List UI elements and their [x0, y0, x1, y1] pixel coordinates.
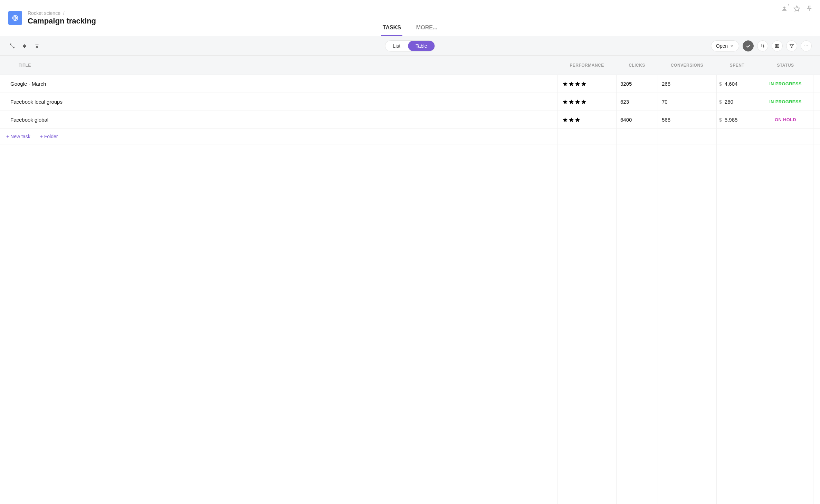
column-header-performance[interactable]: PERFORMANCE	[557, 63, 616, 68]
toolbar-left	[8, 42, 41, 50]
share-button[interactable]: 1	[781, 5, 788, 12]
content-area: TITLE PERFORMANCE CLICKS CONVERSIONS SPE…	[0, 56, 820, 504]
star-icon	[569, 99, 574, 105]
star-icon	[575, 99, 580, 105]
table-row[interactable]: Facebook global6400568$5,985ON HOLD	[0, 111, 820, 129]
column-header-spent[interactable]: SPENT	[716, 63, 758, 68]
breadcrumb-parent[interactable]: Rocket science	[28, 10, 60, 16]
star-icon	[569, 117, 574, 123]
chevron-down-icon	[730, 44, 734, 48]
add-task-button[interactable]: + New task	[6, 134, 30, 139]
cell-status[interactable]: IN PROGRESS	[758, 81, 813, 86]
header-tabs: TASKS MORE...	[381, 25, 439, 36]
svg-point-10	[807, 45, 808, 46]
column-header-clicks[interactable]: CLICKS	[616, 63, 658, 68]
status-filter-label: Open	[716, 43, 728, 49]
add-row: + New task + Folder	[0, 129, 820, 144]
tab-tasks[interactable]: TASKS	[381, 25, 402, 36]
star-icon	[575, 81, 580, 87]
sort-icon	[760, 43, 765, 49]
svg-marker-7	[790, 44, 794, 47]
cell-title[interactable]: Google - March	[0, 81, 557, 87]
favorite-button[interactable]	[793, 5, 801, 12]
expand-icon	[9, 43, 15, 49]
breadcrumb-sep: /	[63, 10, 65, 16]
cell-spent[interactable]: $5,985	[716, 117, 758, 123]
pin-icon	[806, 5, 813, 12]
spent-amount: 4,604	[725, 81, 738, 87]
toolbar-right: Open	[711, 40, 812, 51]
more-button[interactable]	[801, 40, 812, 51]
collapse-icon	[21, 43, 28, 49]
cell-conversions[interactable]: 70	[658, 99, 716, 105]
view-switch: List Table	[385, 40, 435, 51]
add-folder-button[interactable]: + Folder	[40, 134, 58, 139]
cell-status[interactable]: ON HOLD	[758, 117, 813, 122]
spent-amount: 280	[725, 99, 733, 105]
columns-icon	[774, 43, 780, 49]
star-icon	[562, 81, 568, 87]
cell-performance[interactable]	[557, 117, 616, 123]
column-header-conversions[interactable]: CONVERSIONS	[658, 63, 716, 68]
table-row[interactable]: Facebook local groups62370$280IN PROGRES…	[0, 93, 820, 111]
header-title-block: Rocket science / Campaign tracking	[28, 10, 96, 26]
column-header-title[interactable]: TITLE	[0, 63, 557, 68]
cell-title[interactable]: Facebook local groups	[0, 99, 557, 105]
star-icon	[569, 81, 574, 87]
cell-clicks[interactable]: 3205	[616, 81, 658, 87]
toolbar: List Table Open	[0, 36, 820, 56]
chevrons-down-icon	[34, 43, 40, 49]
svg-rect-6	[778, 44, 779, 47]
cell-status[interactable]: IN PROGRESS	[758, 99, 813, 104]
check-icon	[745, 43, 751, 49]
cell-clicks[interactable]: 623	[616, 99, 658, 105]
tab-more[interactable]: MORE...	[415, 25, 439, 36]
collapse-all-button[interactable]	[21, 42, 28, 50]
status-filter-dropdown[interactable]: Open	[711, 40, 739, 51]
star-icon	[562, 117, 568, 123]
cell-conversions[interactable]: 268	[658, 81, 716, 87]
people-icon	[781, 5, 788, 12]
share-count: 1	[788, 3, 790, 7]
svg-point-9	[806, 45, 807, 46]
filter-button[interactable]	[786, 40, 797, 51]
svg-rect-5	[777, 44, 778, 47]
cell-spent[interactable]: $4,604	[716, 81, 758, 87]
pin-button[interactable]	[805, 5, 813, 12]
header: Rocket science / Campaign tracking TASKS…	[0, 0, 820, 36]
page-title: Campaign tracking	[28, 17, 96, 26]
cell-clicks[interactable]: 6400	[616, 117, 658, 123]
currency-symbol: $	[719, 81, 722, 87]
star-icon	[793, 5, 800, 12]
breadcrumb: Rocket science /	[28, 10, 96, 16]
table-body: Google - March3205268$4,604IN PROGRESSFa…	[0, 75, 820, 504]
target-icon	[12, 15, 19, 21]
svg-point-2	[15, 18, 16, 19]
spent-amount: 5,985	[725, 117, 738, 123]
currency-symbol: $	[719, 99, 722, 105]
view-switch-table[interactable]: Table	[408, 41, 435, 51]
table-row[interactable]: Google - March3205268$4,604IN PROGRESS	[0, 75, 820, 93]
sort-button[interactable]	[757, 40, 768, 51]
view-switch-list[interactable]: List	[385, 41, 408, 51]
cell-spent[interactable]: $280	[716, 99, 758, 105]
currency-symbol: $	[719, 117, 722, 123]
star-icon	[575, 117, 580, 123]
expand-button[interactable]	[8, 42, 16, 50]
star-icon	[581, 99, 587, 105]
expand-all-button[interactable]	[33, 42, 41, 50]
star-icon	[562, 99, 568, 105]
svg-marker-3	[794, 6, 800, 11]
star-icon	[581, 81, 587, 87]
toggle-check-button[interactable]	[743, 40, 754, 51]
svg-rect-4	[775, 44, 776, 47]
filter-icon	[789, 43, 794, 49]
column-header-status[interactable]: STATUS	[758, 63, 813, 68]
cell-performance[interactable]	[557, 99, 616, 105]
cell-title[interactable]: Facebook global	[0, 117, 557, 123]
cell-performance[interactable]	[557, 81, 616, 87]
svg-point-8	[804, 45, 805, 46]
table-header-row: TITLE PERFORMANCE CLICKS CONVERSIONS SPE…	[0, 56, 820, 75]
columns-button[interactable]	[772, 40, 783, 51]
cell-conversions[interactable]: 568	[658, 117, 716, 123]
